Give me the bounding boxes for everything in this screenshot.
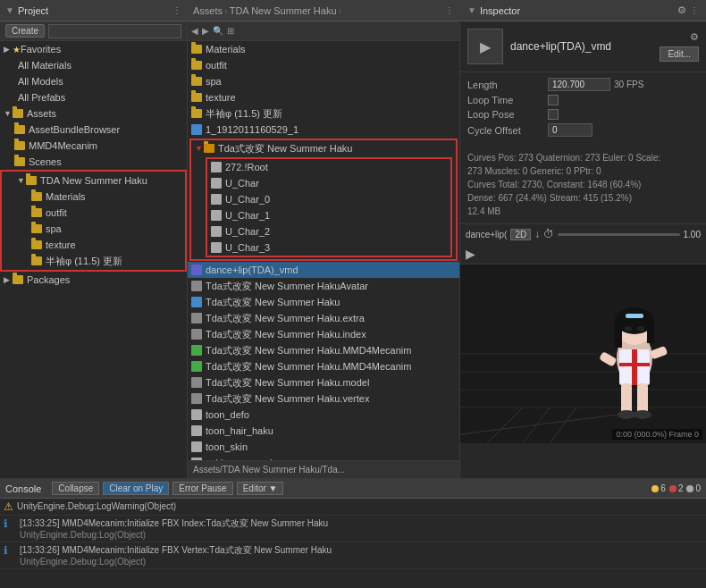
file-gear-icon[interactable]: ⚙ xyxy=(690,31,699,43)
project-panel-header: ▼ Project ⋮ xyxy=(0,0,187,21)
packages-arrow: ▶ xyxy=(4,275,13,284)
packages-icon xyxy=(13,275,23,284)
tda-mmd1-item[interactable]: Tda式改変 New Summer Haku.MMD4Mecanim xyxy=(188,342,459,358)
asset-1912-item[interactable]: 1_1912011160529_1 xyxy=(188,122,459,138)
warn-count: 6 xyxy=(660,483,666,493)
warn-text: UnityEngine.Debug:LogWarning(Object) xyxy=(17,500,176,513)
loop-pose-checkbox[interactable] xyxy=(548,109,559,120)
tda-folder-icon xyxy=(26,176,37,185)
tda-hansodef-item[interactable]: 半袖φ (11.5) 更新 xyxy=(3,253,184,269)
panel-menu-icon[interactable]: ⋮ xyxy=(172,5,181,15)
toon-defo-item[interactable]: toon_defo xyxy=(188,407,459,423)
asset-outfit-item[interactable]: outfit xyxy=(188,57,459,73)
model-label: Tda式改変 New Summer Haku.model xyxy=(206,376,369,390)
uchar3-item[interactable]: U_Char_3 xyxy=(207,239,450,256)
favorites-item[interactable]: ▶ ★ Favorites xyxy=(0,41,187,57)
breadcrumb-sep1: › xyxy=(224,5,228,16)
assets-root-item[interactable]: ▼ Assets xyxy=(0,105,187,122)
all-models-item[interactable]: All Models xyxy=(0,73,187,89)
cycle-offset-input[interactable] xyxy=(548,123,593,137)
timeline-2d[interactable]: 2D xyxy=(510,229,531,240)
error-dot xyxy=(669,485,677,492)
toon-hair-item[interactable]: toon_hair_haku xyxy=(188,423,459,439)
inspector-gear-icon[interactable]: ⚙ xyxy=(677,4,686,16)
svg-rect-20 xyxy=(621,383,632,415)
breadcrumb-tda[interactable]: TDA New Summer Haku xyxy=(230,5,337,16)
console-item-warn[interactable]: ⚠ UnityEngine.Debug:LogWarning(Object) xyxy=(0,499,706,516)
clear-on-play-button[interactable]: Clear on Play xyxy=(103,482,169,495)
tda-base-item[interactable]: Tda式改変 New Summer Haku xyxy=(188,294,459,310)
grid-icon[interactable]: ⊞ xyxy=(227,26,234,36)
console-panel: Console Collapse Clear on Play Error Pau… xyxy=(0,478,706,588)
collapse-button[interactable]: Collapse xyxy=(52,482,99,495)
inspector-name-container: dance+lip(TDA)_vmd xyxy=(510,40,652,53)
assets-list: Materials outfit spa texture 半袖φ (11.5) … xyxy=(188,41,459,460)
uchar2-item[interactable]: U_Char_2 xyxy=(207,223,450,239)
create-button[interactable]: Create xyxy=(5,24,45,38)
svg-rect-18 xyxy=(632,349,637,385)
back-icon[interactable]: ◀ xyxy=(191,26,198,36)
uchar0-item[interactable]: U_Char_0 xyxy=(207,191,450,207)
tda-spa-item[interactable]: spa xyxy=(3,221,184,237)
timeline-icon1[interactable]: ↓ xyxy=(534,228,540,240)
svg-rect-13 xyxy=(647,321,654,343)
breadcrumb-assets[interactable]: Assets xyxy=(193,5,223,16)
dance-vmd-item[interactable]: dance+lip(TDA)_vmd xyxy=(188,262,459,278)
tda-texture-item[interactable]: texture xyxy=(3,237,184,253)
timeline-icon2[interactable]: ⏱ xyxy=(543,228,554,240)
assets-menu-icon[interactable]: ⋮ xyxy=(445,5,454,15)
info-dot xyxy=(686,485,693,492)
scenes-item[interactable]: Scenes xyxy=(0,154,187,170)
tda-mat-icon xyxy=(31,192,42,201)
inspector-info: Curves Pos: 273 Quaternion: 273 Euler: 0… xyxy=(460,146,706,223)
loop-time-checkbox[interactable] xyxy=(548,95,559,105)
tda-outfit-item[interactable]: outfit xyxy=(3,205,184,221)
play-button[interactable]: ▶ xyxy=(466,247,475,261)
toon-skin-item[interactable]: toon_skin xyxy=(188,439,459,455)
assets-header: Assets › TDA New Summer Haku › ⋮ xyxy=(188,0,459,21)
length-input[interactable] xyxy=(548,78,610,91)
mmd4mecanim-item[interactable]: MMD4Mecanim xyxy=(0,138,187,154)
uchar1-item[interactable]: U_Char_1 xyxy=(207,207,450,223)
asset-spa-item[interactable]: spa xyxy=(188,73,459,89)
tda-materials-item[interactable]: Materials xyxy=(3,189,184,205)
tda-extra-item[interactable]: Tda式改変 New Summer Haku.extra xyxy=(188,310,459,326)
project-panel: ▼ Project ⋮ Create ▶ ★ Favorites All Mat… xyxy=(0,0,188,478)
timeline-slider[interactable] xyxy=(558,233,679,236)
inspector-menu-icon[interactable]: ⋮ xyxy=(690,5,699,15)
all-materials-item[interactable]: All Materials xyxy=(0,57,187,73)
all-prefabs-item[interactable]: All Prefabs xyxy=(0,89,187,105)
root-sub-item[interactable]: 272.!Root xyxy=(207,159,450,175)
error-pause-button[interactable]: Error Pause xyxy=(172,482,232,495)
tda-avatar-item[interactable]: Tda式改変 New Summer HakuAvatar xyxy=(188,278,459,294)
edit-button[interactable]: Edit... xyxy=(660,46,699,62)
spa-folder-icon xyxy=(191,77,202,86)
tda-model-item[interactable]: Tda式改変 New Summer Haku.model xyxy=(188,374,459,391)
tda-vertex-item[interactable]: Tda式改変 New Summer Haku.vertex xyxy=(188,391,459,407)
asset-bundle-browser-item[interactable]: AssetBundleBrowser xyxy=(0,122,187,138)
uchar-item[interactable]: U_Char xyxy=(207,175,450,191)
packages-item[interactable]: ▶ Packages xyxy=(0,272,187,288)
tda-mmd2-item[interactable]: Tda式改変 New Summer Haku.MMD4Mecanim xyxy=(188,358,459,374)
timeline-label: dance+lip( xyxy=(466,230,507,239)
asset-texture-item[interactable]: texture xyxy=(188,89,459,105)
inspector-header: ▼ Inspector ⚙ ⋮ xyxy=(460,0,706,21)
asset-materials-item[interactable]: Materials xyxy=(188,41,459,57)
assets-toolbar: ◀ ▶ 🔍 ⊞ xyxy=(188,21,459,41)
console-item-info1[interactable]: ℹ [13:33:25] MMD4Mecanim:Initialize FBX … xyxy=(0,516,706,542)
asset-hansode-item[interactable]: 半袖φ (11.5) 更新 xyxy=(188,105,459,122)
texture-folder-icon xyxy=(191,93,202,102)
breadcrumb: Assets › TDA New Summer Haku › xyxy=(193,5,341,16)
forward-icon[interactable]: ▶ xyxy=(202,26,209,36)
search-icon[interactable]: 🔍 xyxy=(213,26,223,36)
project-search-input[interactable] xyxy=(48,24,181,38)
tda-haku-item[interactable]: ▼ TDA New Summer Haku xyxy=(3,172,184,189)
tda-index-item[interactable]: Tda式改変 New Summer Haku.index xyxy=(188,326,459,342)
editor-button[interactable]: Editor ▼ xyxy=(237,482,284,495)
hansode-label: 半袖φ (11.5) 更新 xyxy=(206,107,282,121)
tda-folder-row[interactable]: ▼ Tda式改変 New Summer Haku xyxy=(191,140,456,156)
favorites-label: Favorites xyxy=(21,44,61,55)
uchar3-label: U_Char_3 xyxy=(225,242,270,253)
console-item-info2[interactable]: ℹ [13:33:26] MMD4Mecanim:Initialize FBX … xyxy=(0,542,706,569)
timeline-bar: dance+lip( 2D ↓ ⏱ 1.00 xyxy=(460,223,706,244)
